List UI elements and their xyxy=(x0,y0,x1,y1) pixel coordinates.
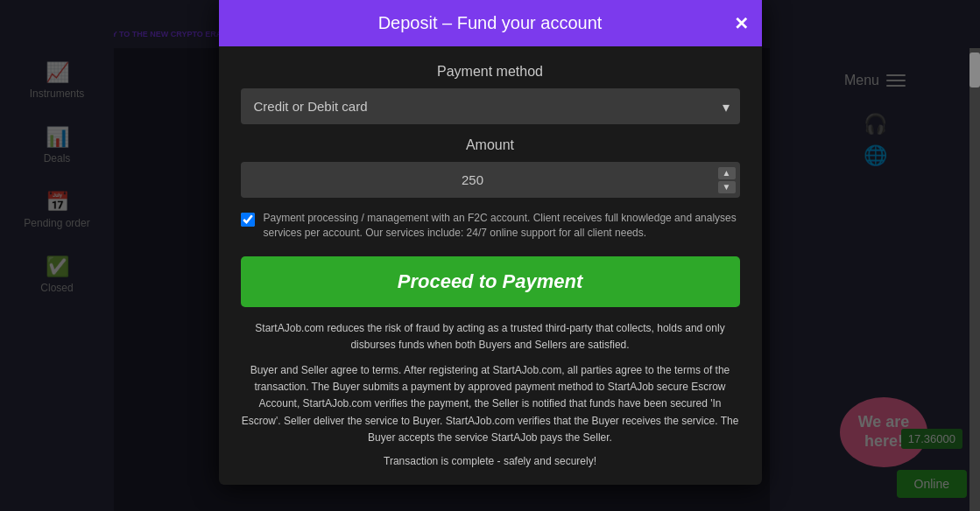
modal-title: Deposit – Fund your account xyxy=(378,13,603,33)
proceed-to-payment-button[interactable]: Proceed to Payment xyxy=(241,256,740,307)
escrow-text: Buyer and Seller agree to terms. After r… xyxy=(241,362,740,446)
deposit-modal: Deposit – Fund your account ✕ Payment me… xyxy=(219,0,762,485)
scrollbar-thumb[interactable] xyxy=(969,52,980,88)
payment-method-select[interactable]: Credit or Debit card Bank Transfer Crypt… xyxy=(241,88,740,124)
modal-body: Payment method Credit or Debit card Bank… xyxy=(219,46,762,485)
complete-text: Transaction is complete - safely and sec… xyxy=(241,455,740,467)
amount-label: Amount xyxy=(241,137,740,153)
close-button[interactable]: ✕ xyxy=(734,13,749,34)
amount-input[interactable] xyxy=(241,162,740,198)
terms-checkbox-row: Payment processing / management with an … xyxy=(241,211,740,241)
payment-method-select-wrapper: Credit or Debit card Bank Transfer Crypt… xyxy=(241,88,740,124)
trust-text: StartAJob.com reduces the risk of fraud … xyxy=(241,320,740,354)
amount-down-button[interactable]: ▼ xyxy=(718,181,736,193)
payment-method-label: Payment method xyxy=(241,64,740,80)
modal-header: Deposit – Fund your account ✕ xyxy=(219,0,762,46)
amount-input-wrapper: ▲ ▼ xyxy=(241,162,740,198)
terms-checkbox[interactable] xyxy=(241,213,255,227)
terms-checkbox-text: Payment processing / management with an … xyxy=(264,211,740,241)
amount-up-button[interactable]: ▲ xyxy=(718,167,736,179)
amount-spinners: ▲ ▼ xyxy=(718,167,736,193)
scrollbar[interactable] xyxy=(969,48,980,511)
